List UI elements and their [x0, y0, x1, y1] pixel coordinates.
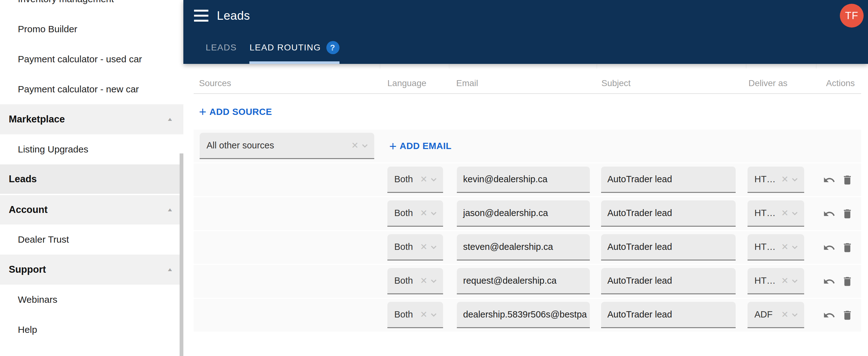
delete-icon[interactable] — [841, 309, 854, 322]
column-language: Language — [388, 78, 427, 88]
clear-icon[interactable]: ✕ — [781, 208, 788, 218]
subject-field[interactable]: AutoTrader lead — [601, 200, 736, 227]
language-value: Both — [394, 242, 418, 252]
undo-icon[interactable] — [823, 241, 836, 254]
undo-icon[interactable] — [823, 174, 836, 187]
column-deliver-as: Deliver as — [748, 78, 787, 88]
undo-icon[interactable] — [823, 207, 836, 220]
sidebar-item-dealer-trust[interactable]: Dealer Trust — [0, 225, 183, 255]
language-select[interactable]: Both ✕ — [388, 234, 443, 261]
sidebar-item-inventory-management[interactable]: Inventory management — [0, 0, 183, 14]
subject-field[interactable]: AutoTrader lead — [601, 302, 736, 328]
subject-field[interactable]: AutoTrader lead — [601, 234, 736, 261]
sidebar-item-help[interactable]: Help — [0, 315, 183, 345]
add-source-button[interactable]: + ADD SOURCE — [199, 106, 272, 118]
chevron-down-icon — [790, 243, 799, 251]
sidebar-item-promo-builder[interactable]: Promo Builder — [0, 14, 183, 44]
language-value: Both — [394, 174, 418, 184]
routing-table: All other sources ✕ + ADD EMAIL Both ✕ k… — [194, 130, 861, 332]
chevron-down-icon — [429, 175, 438, 184]
tab-label: LEAD ROUTING — [249, 42, 321, 53]
collapse-up-icon[interactable]: ▲ — [166, 267, 173, 273]
delete-icon[interactable] — [841, 241, 854, 254]
deliver-as-select[interactable]: ADF ✕ — [747, 302, 804, 328]
lead-routing-content: Sources Language Email Subject Deliver a… — [183, 64, 868, 356]
row-actions — [823, 197, 854, 230]
chevron-down-icon — [790, 310, 799, 319]
collapse-up-icon[interactable]: ▲ — [166, 116, 173, 122]
clear-icon[interactable]: ✕ — [420, 174, 427, 184]
tab-lead-routing[interactable]: LEAD ROUTING ? — [249, 31, 340, 64]
sidebar-section-support[interactable]: Support ▲ — [0, 255, 183, 285]
collapse-up-icon[interactable]: ▲ — [166, 207, 173, 213]
clear-icon[interactable]: ✕ — [781, 275, 788, 286]
row-actions — [823, 265, 854, 298]
delete-icon[interactable] — [841, 174, 854, 187]
sidebar-item-label: Help — [18, 324, 37, 335]
clear-icon[interactable]: ✕ — [781, 309, 788, 320]
row-actions — [823, 299, 854, 332]
help-icon[interactable]: ? — [327, 41, 340, 54]
language-select[interactable]: Both ✕ — [388, 268, 443, 294]
email-field[interactable]: jason@dealership.ca — [457, 200, 590, 227]
email-field[interactable]: dealership.5839r506s@bestpa — [457, 302, 590, 328]
language-select[interactable]: Both ✕ — [388, 167, 443, 193]
app-bar-top: Leads TF — [183, 0, 868, 31]
clear-icon[interactable]: ✕ — [420, 242, 427, 252]
chevron-down-icon — [790, 276, 799, 285]
active-tab-underline — [249, 61, 340, 64]
column-separator — [380, 64, 380, 68]
sidebar-section-label: Account — [9, 204, 48, 215]
clear-icon[interactable]: ✕ — [420, 275, 427, 286]
undo-icon[interactable] — [823, 275, 836, 288]
source-select[interactable]: All other sources ✕ — [199, 133, 374, 159]
sidebar-item-payment-calculator-used[interactable]: Payment calculator - used car — [0, 44, 183, 74]
tab-leads[interactable]: LEADS — [199, 31, 243, 64]
clear-icon[interactable]: ✕ — [781, 174, 788, 184]
language-select[interactable]: Both ✕ — [388, 302, 443, 328]
deliver-as-select[interactable]: HT… ✕ — [747, 234, 804, 261]
email-field[interactable]: steven@dealership.ca — [457, 234, 590, 261]
add-source-row: + ADD SOURCE — [183, 94, 868, 130]
sidebar-item-label: Dealer Trust — [18, 234, 69, 245]
delete-icon[interactable] — [841, 207, 854, 220]
app-bar: Leads TF LEADS LEAD ROUTING ? — [183, 0, 868, 64]
sidebar-item-label: Promo Builder — [18, 24, 77, 34]
undo-icon[interactable] — [823, 309, 836, 322]
tab-bar: LEADS LEAD ROUTING ? — [183, 31, 868, 64]
subject-field[interactable]: AutoTrader lead — [601, 167, 736, 193]
clear-icon[interactable]: ✕ — [420, 208, 427, 218]
main-area: Leads TF LEADS LEAD ROUTING ? Sources La… — [183, 0, 868, 356]
subject-field[interactable]: AutoTrader lead — [601, 268, 736, 294]
add-email-button[interactable]: + ADD EMAIL — [389, 140, 452, 152]
chevron-down-icon — [429, 209, 438, 217]
sidebar-item-label: Inventory management — [18, 0, 114, 4]
sidebar-item-listing-upgrades[interactable]: Listing Upgrades — [0, 134, 183, 165]
sidebar-section-account[interactable]: Account ▲ — [0, 195, 183, 225]
clear-icon[interactable]: ✕ — [781, 242, 788, 252]
language-select[interactable]: Both ✕ — [388, 200, 443, 227]
tab-label: LEADS — [206, 42, 237, 53]
clear-icon[interactable]: ✕ — [351, 140, 359, 151]
avatar[interactable]: TF — [840, 4, 864, 28]
deliver-as-select[interactable]: HT… ✕ — [747, 268, 804, 294]
menu-icon[interactable] — [194, 10, 208, 22]
delete-icon[interactable] — [841, 275, 854, 288]
email-field[interactable]: request@dealership.ca — [457, 268, 590, 294]
clear-icon[interactable]: ✕ — [420, 309, 427, 320]
sidebar-item-payment-calculator-new[interactable]: Payment calculator - new car — [0, 74, 183, 104]
add-source-label: ADD SOURCE — [209, 107, 272, 117]
deliver-as-select[interactable]: HT… ✕ — [747, 200, 804, 227]
sidebar-scrollbar[interactable] — [180, 153, 183, 356]
deliver-as-value: HT… — [754, 275, 779, 286]
sidebar-item-leads[interactable]: Leads — [0, 165, 183, 195]
source-select-value: All other sources — [207, 140, 349, 151]
deliver-as-select[interactable]: HT… ✕ — [747, 167, 804, 193]
sidebar-item-webinars[interactable]: Webinars — [0, 285, 183, 315]
sidebar-item-label: Payment calculator - used car — [18, 54, 142, 64]
deliver-as-value: ADF — [754, 309, 779, 320]
source-group-row: All other sources ✕ + ADD EMAIL — [194, 130, 861, 162]
email-field[interactable]: kevin@dealership.ca — [457, 167, 590, 193]
sidebar-section-marketplace[interactable]: Marketplace ▲ — [0, 104, 183, 134]
sidebar-item-label: Webinars — [18, 294, 57, 305]
